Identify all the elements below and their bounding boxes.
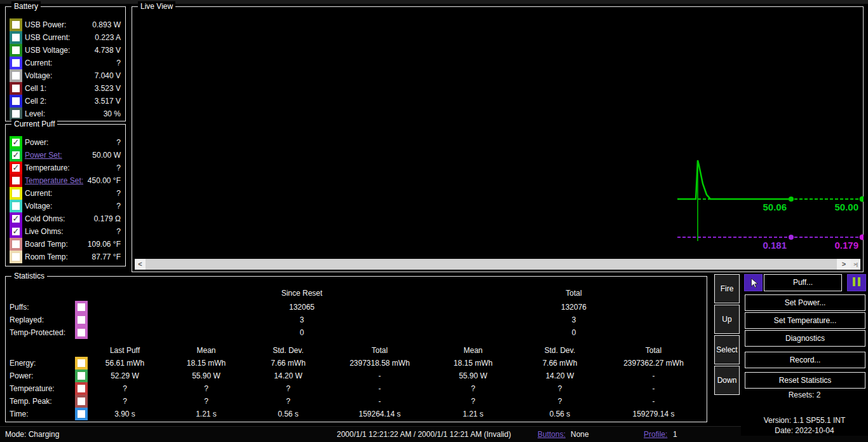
cell: 7.66 mWh xyxy=(246,357,330,369)
pause-icon xyxy=(851,277,862,288)
current-puff-group: Current Puff ✓ Power: ? ✓ Power Set: 50.… xyxy=(5,124,126,266)
puff-live-ohms-checkbox[interactable]: ✓ xyxy=(10,225,22,238)
cell: ? xyxy=(83,382,166,395)
since-reset-header: Since Reset xyxy=(238,287,365,300)
ohms-set-handle[interactable] xyxy=(860,235,864,240)
buttons-value: None xyxy=(571,427,589,442)
battery-voltage-checkbox[interactable] xyxy=(10,69,22,82)
puff-voltage-checkbox[interactable] xyxy=(10,200,22,212)
cell: ? xyxy=(246,395,330,408)
cell: ? xyxy=(517,382,602,395)
statistics-table: Last Puff Mean Std. Dev. Total Mean Std.… xyxy=(83,344,705,420)
reset-statistics-button[interactable]: Reset Statistics xyxy=(745,372,865,389)
time-label: Time: xyxy=(10,408,29,420)
battery-row: Cell 2: 3.517 V xyxy=(6,95,125,107)
puff-room-temp-checkbox[interactable] xyxy=(10,251,22,263)
battery-row: USB Voltage: 4.738 V xyxy=(6,44,125,57)
power-set-handle[interactable] xyxy=(860,197,864,202)
puffs-total: 132076 xyxy=(510,301,637,314)
stats-replayed-checkbox[interactable] xyxy=(75,314,88,326)
replayed-label: Replayed: xyxy=(10,314,44,326)
live-view-chart: 50.06 50.00 0.181 0.179 xyxy=(133,11,864,259)
battery-usb-power-checkbox[interactable] xyxy=(10,18,22,31)
cell: 0.56 s xyxy=(517,408,602,420)
power-trace xyxy=(677,160,794,199)
cell: 55.90 W xyxy=(429,369,517,382)
pause-button[interactable] xyxy=(847,274,866,291)
battery-usb-current-checkbox[interactable] xyxy=(10,31,22,44)
cell: 7.66 mWh xyxy=(517,357,602,369)
cell: 159264.14 s xyxy=(330,408,429,420)
battery-row-label: USB Voltage: xyxy=(25,46,70,55)
cell: 3.90 s xyxy=(83,408,166,420)
puff-row: Temperature Set: 450.00 °F xyxy=(6,174,125,187)
scrollbar-thumb[interactable] xyxy=(146,259,837,270)
battery-row-value: 0.223 A xyxy=(95,33,121,42)
cursor-mode-button[interactable] xyxy=(744,274,763,291)
puff-row-label: Temperature: xyxy=(25,163,70,172)
live-view-scrollbar[interactable]: < > >| xyxy=(135,259,860,270)
battery-group: Battery USB Power: 0.893 W USB Current: … xyxy=(5,6,126,121)
battery-row-label: Cell 2: xyxy=(25,97,46,106)
scroll-to-end-button[interactable]: >| xyxy=(851,259,860,270)
cell: ? xyxy=(429,382,517,395)
statistics-group-title: Statistics xyxy=(11,271,47,281)
record-button[interactable]: Record... xyxy=(745,352,865,368)
col-header: Std. Dev. xyxy=(517,344,602,357)
scroll-right-button[interactable]: > xyxy=(837,259,851,270)
battery-row: Level: 30 % xyxy=(6,107,125,120)
battery-cell1-checkbox[interactable] xyxy=(10,82,22,95)
set-power-button[interactable]: Set Power... xyxy=(745,294,865,311)
puff-row: Board Temp: 109.06 °F xyxy=(6,238,125,251)
down-button[interactable]: Down xyxy=(714,366,740,395)
puff-temperature-set-checkbox[interactable] xyxy=(10,174,22,187)
temperature-label: Temperature: xyxy=(10,382,55,395)
power-set-link[interactable]: Power Set: xyxy=(25,151,62,160)
select-button[interactable]: Select xyxy=(714,335,740,364)
fire-button[interactable]: Fire xyxy=(714,274,740,303)
current-puff-group-title: Current Puff xyxy=(11,119,57,129)
puff-cold-ohms-checkbox[interactable]: ✓ xyxy=(10,212,22,225)
puff-power-checkbox[interactable]: ✓ xyxy=(10,136,22,149)
set-temperature-button[interactable]: Set Temperature... xyxy=(745,312,865,329)
puff-button[interactable]: Puff... xyxy=(764,274,842,291)
cell: 1.21 s xyxy=(429,408,517,420)
battery-row-value: 3.523 V xyxy=(95,84,121,93)
puff-board-temp-checkbox[interactable] xyxy=(10,238,22,251)
statistics-group: Statistics Since Reset Total Puffs: Repl… xyxy=(5,276,707,422)
battery-cell2-checkbox[interactable] xyxy=(10,95,22,107)
buttons-link[interactable]: Buttons: xyxy=(538,427,566,442)
puff-row: ✓ Live Ohms: ? xyxy=(6,225,125,238)
scroll-left-button[interactable]: < xyxy=(135,259,146,270)
cell: - xyxy=(602,369,705,382)
battery-row-value: ? xyxy=(116,59,121,67)
up-button[interactable]: Up xyxy=(714,305,740,334)
puff-row-value: 87.77 °F xyxy=(92,252,121,261)
puff-row-value: 450.00 °F xyxy=(88,176,121,185)
battery-row-value: 4.738 V xyxy=(95,46,121,55)
battery-row-value: 30 % xyxy=(104,109,121,118)
profile-link[interactable]: Profile: xyxy=(644,427,667,442)
cell: 1.21 s xyxy=(166,408,246,420)
version-text: Version: 1.1 SP55.1 INT xyxy=(741,415,868,425)
puff-row: ✓ Temperature: ? xyxy=(6,162,125,174)
puff-row-value: ? xyxy=(116,189,121,198)
puff-current-checkbox[interactable] xyxy=(10,187,22,200)
puff-power-set-checkbox[interactable]: ✓ xyxy=(10,149,22,162)
battery-usb-voltage-checkbox[interactable] xyxy=(10,44,22,57)
cell: - xyxy=(330,382,429,395)
puff-temperature-checkbox[interactable]: ✓ xyxy=(10,162,22,174)
temperature-set-link[interactable]: Temperature Set: xyxy=(25,176,83,185)
diagnostics-button[interactable]: Diagnostics xyxy=(745,330,865,347)
stats-temp-protected-checkbox[interactable] xyxy=(75,326,88,339)
stats-puffs-checkbox[interactable] xyxy=(75,301,88,314)
cell: ? xyxy=(166,395,246,408)
cell: ? xyxy=(429,395,517,408)
battery-current-checkbox[interactable] xyxy=(10,57,22,69)
battery-level-checkbox[interactable] xyxy=(10,107,22,120)
cell: ? xyxy=(246,382,330,395)
temp-protected-since-reset: 0 xyxy=(238,326,365,339)
version-block: Version: 1.1 SP55.1 INT Date: 2022-10-04 xyxy=(741,415,868,436)
status-bar: Mode: Charging 2000/1/1 12:21:22 AM / 20… xyxy=(0,426,868,442)
cell: - xyxy=(330,395,429,408)
